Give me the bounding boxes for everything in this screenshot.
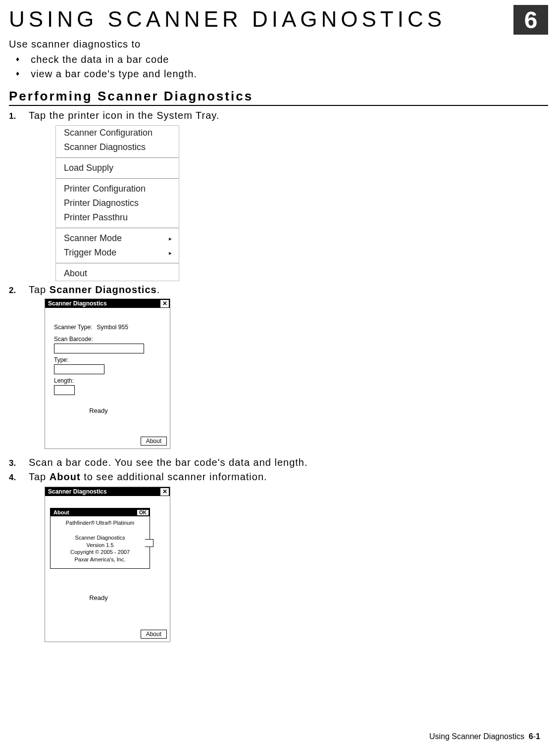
window-titlebar: Scanner Diagnostics ✕ [45,299,170,308]
step-text: Tap Scanner Diagnostics. [29,284,160,296]
menu-item-label: Scanner Mode [64,233,122,244]
about-copyright: Copyright © 2005 - 2007 [53,549,147,556]
status-text: Ready [45,594,152,601]
menu-item-printer-diagnostics[interactable]: Printer Diagnostics [56,196,179,210]
intro-bullet-list: check the data in a bar code view a bar … [9,54,548,80]
step-text: Tap About to see additional scanner info… [29,471,267,483]
submenu-arrow-icon: ▸ [169,249,172,256]
page-footer: Using Scanner Diagnostics 6-1 [429,732,540,741]
menu-item-label: Printer Configuration [64,184,146,194]
menu-item-load-supply[interactable]: Load Supply [56,161,179,175]
step-number: 4. [9,473,29,483]
chapter-number-badge: 6 [513,5,548,35]
about-dialog: About OK Pathfinder® Ultra® Platinum Sca… [50,508,150,569]
window-titlebar: Scanner Diagnostics ✕ [45,487,170,496]
menu-item-label: Printer Diagnostics [64,198,139,208]
scanner-diagnostics-window-about: Scanner Diagnostics ✕ About OK Pathfinde… [45,487,170,642]
close-button[interactable]: ✕ [160,488,169,496]
ok-button[interactable]: OK [137,510,149,515]
about-product-name: Pathfinder® Ultra® Platinum [53,519,147,527]
scan-barcode-label: Scan Barcode: [54,336,161,343]
window-title: Scanner Diagnostics [48,488,107,495]
menu-item-label: Load Supply [64,163,113,173]
about-version: Version 1.5 [53,542,147,549]
length-input[interactable] [54,385,75,395]
scanner-diagnostics-window: Scanner Diagnostics ✕ Scanner Type: Symb… [45,299,170,449]
menu-item-about[interactable]: About [56,266,179,281]
page-title: USING SCANNER DIAGNOSTICS [9,7,446,32]
close-button[interactable]: ✕ [160,300,169,307]
window-title: Scanner Diagnostics [48,300,107,307]
menu-item-label: Printer Passthru [64,212,128,223]
context-menu-screenshot: Scanner Configuration Scanner Diagnostic… [55,125,179,281]
status-text: Ready [45,407,152,414]
menu-item-label: Scanner Configuration [64,128,153,138]
section-heading: Performing Scanner Diagnostics [9,89,548,106]
intro-text: Use scanner diagnostics to [9,39,548,50]
scanner-type-value: Symbol 955 [97,324,128,331]
step-number: 1. [9,111,29,121]
about-button[interactable]: About [141,437,167,446]
about-dialog-title: About [53,509,69,515]
type-input[interactable] [54,364,104,374]
menu-item-scanner-mode[interactable]: Scanner Mode ▸ [56,231,179,246]
step-number: 3. [9,458,29,468]
menu-item-trigger-mode[interactable]: Trigger Mode ▸ [56,246,179,260]
type-label: Type: [54,356,161,363]
dialog-notch-icon [145,539,153,547]
step-text: Tap the printer icon in the System Tray. [29,110,219,121]
step-number: 2. [9,286,29,296]
about-company: Paxar America's, Inc. [53,556,147,563]
menu-item-scanner-configuration[interactable]: Scanner Configuration [56,126,179,140]
submenu-arrow-icon: ▸ [169,235,172,242]
menu-item-printer-passthru[interactable]: Printer Passthru [56,210,179,225]
menu-item-label: Trigger Mode [64,248,116,258]
step-text: Scan a bar code. You see the bar code's … [29,457,308,468]
length-label: Length: [54,377,161,384]
list-item: check the data in a bar code [32,54,548,65]
menu-item-label: About [64,268,87,279]
list-item: view a bar code's type and length. [32,68,548,80]
about-component-name: Scanner Diagnostics [53,534,147,542]
menu-item-printer-configuration[interactable]: Printer Configuration [56,182,179,196]
about-button[interactable]: About [141,630,167,639]
scanner-type-label: Scanner Type: [54,324,92,331]
menu-item-scanner-diagnostics[interactable]: Scanner Diagnostics [56,140,179,154]
scan-barcode-input[interactable] [54,344,144,353]
menu-item-label: Scanner Diagnostics [64,142,146,152]
